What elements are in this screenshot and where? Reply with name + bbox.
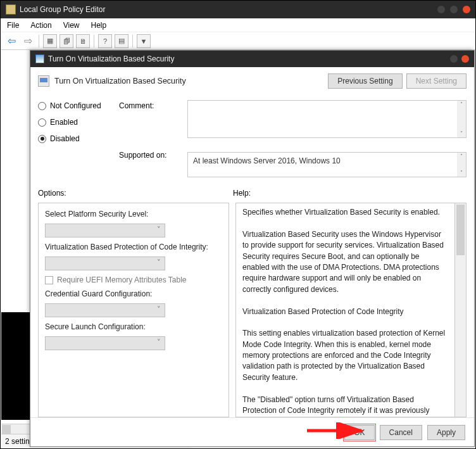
comment-scrollbar[interactable]: ˄˅: [457, 101, 466, 137]
next-setting-button: Next Setting: [406, 73, 467, 89]
toolbar-btn-5[interactable]: ▤: [115, 34, 128, 48]
toolbar: ⇦ ⇨ ▦ 🗐 🗎 ? ▤ ▼: [1, 32, 475, 50]
help-p5: The "Disabled" option turns off Virtuali…: [242, 395, 448, 417]
minimize-icon[interactable]: [437, 6, 445, 13]
comment-textarea[interactable]: ˄˅: [187, 100, 467, 138]
help-label: Help:: [233, 189, 251, 198]
separator: [132, 35, 133, 47]
uefi-checkbox[interactable]: Require UEFI Memory Attributes Table: [45, 275, 222, 284]
app-icon: [6, 4, 16, 15]
help-panel: Specifies whether Virtualization Based S…: [235, 203, 455, 417]
radio-not-configured[interactable]: Not Configured: [38, 101, 114, 110]
close-icon[interactable]: [463, 6, 470, 13]
parent-title-text: Local Group Policy Editor: [20, 5, 105, 14]
menu-help[interactable]: Help: [91, 21, 107, 30]
supported-label: Supported on:: [119, 151, 182, 160]
toolbar-btn-2[interactable]: 🗐: [60, 34, 73, 48]
dialog-footer: OK Cancel Apply: [30, 417, 474, 446]
help-p1: Specifies whether Virtualization Based S…: [242, 207, 448, 218]
opt-credguard-label: Credential Guard Configuration:: [45, 289, 222, 298]
separator: [39, 35, 39, 47]
parent-titlebar[interactable]: Local Group Policy Editor: [1, 1, 475, 18]
menu-action[interactable]: Action: [30, 21, 51, 30]
opt-securelaunch-label: Secure Launch Configuration:: [45, 322, 222, 331]
toolbar-btn-3[interactable]: 🗎: [76, 34, 90, 48]
dialog-minimize-icon[interactable]: [450, 55, 458, 63]
uefi-label: Require UEFI Memory Attributes Table: [57, 275, 187, 284]
radio-label: Not Configured: [50, 101, 101, 110]
dialog-icon: [35, 54, 44, 63]
supported-scrollbar[interactable]: ˄˅: [457, 153, 466, 177]
radio-label: Disabled: [50, 134, 80, 143]
supported-on-field: At least Windows Server 2016, Windows 10…: [187, 152, 467, 177]
options-label: Options:: [38, 189, 233, 198]
cred-guard-dropdown[interactable]: [45, 303, 165, 317]
ok-button[interactable]: OK: [344, 425, 374, 440]
apply-button[interactable]: Apply: [427, 425, 465, 440]
options-panel: Select Platform Security Level: Virtuali…: [38, 203, 229, 417]
separator: [94, 35, 94, 47]
filter-icon[interactable]: ▼: [137, 34, 151, 48]
cancel-button[interactable]: Cancel: [380, 425, 422, 440]
back-icon[interactable]: ⇦: [4, 34, 18, 48]
checkbox-icon: [45, 276, 53, 284]
next-label: Next Setting: [416, 77, 457, 85]
menu-view[interactable]: View: [63, 21, 80, 30]
comment-label: Comment:: [119, 100, 182, 110]
policy-icon: [38, 75, 49, 87]
secure-launch-dropdown[interactable]: [45, 336, 165, 350]
supported-text: At least Windows Server 2016, Windows 10: [193, 156, 341, 165]
radio-disabled[interactable]: Disabled: [38, 134, 114, 143]
maximize-icon[interactable]: [450, 6, 458, 13]
toolbar-btn-1[interactable]: ▦: [43, 34, 57, 48]
radio-label: Enabled: [50, 118, 78, 127]
opt-platform-label: Select Platform Security Level:: [45, 210, 222, 218]
dialog-titlebar[interactable]: Turn On Virtualization Based Security: [30, 51, 474, 67]
code-integrity-dropdown[interactable]: [45, 256, 165, 270]
ok-label: OK: [354, 428, 365, 437]
previous-setting-button[interactable]: Previous Setting: [328, 73, 402, 89]
policy-dialog: Turn On Virtualization Based Security Tu…: [30, 50, 475, 447]
forward-icon[interactable]: ⇨: [21, 34, 35, 48]
opt-codeintegrity-label: Virtualization Based Protection of Code …: [45, 243, 222, 251]
radio-enabled[interactable]: Enabled: [38, 118, 114, 127]
platform-level-dropdown[interactable]: [45, 224, 165, 237]
prev-label: Previous Setting: [337, 77, 392, 85]
dialog-title-text: Turn On Virtualization Based Security: [48, 54, 174, 63]
menubar: File Action View Help: [1, 18, 475, 32]
help-p3: Virtualization Based Protection of Code …: [242, 307, 448, 317]
cancel-label: Cancel: [389, 428, 413, 437]
menu-file[interactable]: File: [7, 21, 19, 30]
help-p2: Virtualization Based Security uses the W…: [242, 229, 448, 295]
help-scrollbar[interactable]: [455, 203, 467, 417]
help-p4: This setting enables virtualization base…: [242, 328, 448, 383]
apply-label: Apply: [437, 428, 456, 437]
policy-heading: Turn On Virtualization Based Security: [54, 77, 186, 85]
scroll-left-icon[interactable]: [2, 425, 11, 434]
dialog-close-icon[interactable]: [461, 55, 469, 63]
toolbar-btn-4[interactable]: ?: [98, 34, 112, 48]
